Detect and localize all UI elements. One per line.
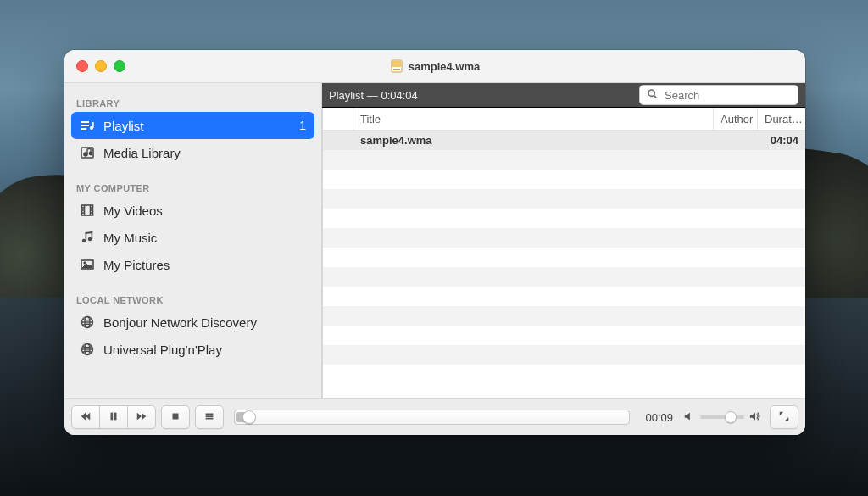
svg-rect-0 xyxy=(392,60,402,72)
sidebar-item-my-videos[interactable]: My Videos xyxy=(71,197,314,224)
volume-high-icon xyxy=(749,410,761,425)
table-row-empty xyxy=(323,345,805,365)
sidebar-item-label: My Videos xyxy=(103,203,163,218)
table-row-empty xyxy=(323,209,805,228)
column-header-playing[interactable] xyxy=(323,108,353,130)
sidebar-item-label: My Pictures xyxy=(103,258,170,272)
volume-knob[interactable] xyxy=(725,411,737,423)
sidebar-item-label: Playlist xyxy=(103,119,144,133)
search-input[interactable] xyxy=(663,88,776,103)
column-header-title[interactable]: Title xyxy=(353,108,714,130)
rewind-icon xyxy=(80,410,92,425)
search-field[interactable] xyxy=(639,85,798,105)
sidebar-item-badge: 1 xyxy=(299,119,306,132)
cell-duration: 04:04 xyxy=(758,134,805,147)
zoom-window-button[interactable] xyxy=(114,60,125,72)
svg-line-35 xyxy=(654,96,656,98)
table-row-empty xyxy=(323,189,805,209)
window-titlebar[interactable]: sample4.wma xyxy=(64,50,805,83)
desktop-background: sample4.wma LIBRARYPlaylist1Media Librar… xyxy=(0,0,868,496)
svg-marker-48 xyxy=(780,411,783,415)
table-row-empty xyxy=(323,287,805,306)
sidebar-item-my-pictures[interactable]: My Pictures xyxy=(71,251,314,278)
playlist-icon xyxy=(80,118,95,133)
seek-slider[interactable] xyxy=(234,410,630,425)
table-header: Title Author Durat… xyxy=(323,108,805,131)
table-body: sample4.wma04:04 xyxy=(323,131,805,398)
close-window-button[interactable] xyxy=(76,60,88,72)
window-controls xyxy=(76,60,125,72)
playlist-toggle-button[interactable] xyxy=(195,405,224,429)
table-row-empty xyxy=(323,228,805,248)
table-row[interactable]: sample4.wma04:04 xyxy=(323,131,805,150)
sidebar-section-title: LIBRARY xyxy=(76,98,309,109)
svg-point-34 xyxy=(648,90,654,96)
sidebar-item-my-music[interactable]: My Music xyxy=(71,224,314,251)
media-library-icon xyxy=(80,145,95,160)
svg-marker-49 xyxy=(785,416,788,420)
sidebar-section-title: LOCAL NETWORK xyxy=(76,295,309,305)
table-row-empty xyxy=(323,170,805,189)
svg-rect-39 xyxy=(114,412,117,420)
player-controls: 00:09 xyxy=(64,398,805,435)
film-icon xyxy=(80,203,95,218)
next-button[interactable] xyxy=(127,405,156,429)
svg-marker-41 xyxy=(142,412,146,420)
stop-icon xyxy=(170,410,181,425)
cell-title: sample4.wma xyxy=(353,134,714,147)
volume-control xyxy=(683,410,761,425)
sidebar-item-playlist[interactable]: Playlist1 xyxy=(71,112,314,139)
svg-rect-5 xyxy=(81,128,86,130)
minimize-window-button[interactable] xyxy=(95,60,107,72)
sidebar-item-universal-plug-n-play[interactable]: Universal Plug'n'Play xyxy=(71,336,314,363)
playlist-table: Title Author Durat… sample4.wma04:04 xyxy=(322,108,805,398)
svg-marker-27 xyxy=(82,264,92,268)
sidebar-item-bonjour-network-discovery[interactable]: Bonjour Network Discovery xyxy=(71,309,314,336)
file-icon xyxy=(390,59,403,73)
table-row-empty xyxy=(323,267,805,287)
svg-point-20 xyxy=(82,239,86,242)
playlist-header-text: Playlist — 0:04:04 xyxy=(329,89,418,102)
volume-slider[interactable] xyxy=(700,415,744,419)
music-note-icon xyxy=(80,230,95,245)
svg-rect-1 xyxy=(392,61,401,67)
media-player-window: sample4.wma LIBRARYPlaylist1Media Librar… xyxy=(64,50,805,435)
fullscreen-button[interactable] xyxy=(770,405,798,429)
svg-marker-37 xyxy=(86,412,90,420)
pictures-icon xyxy=(80,257,95,272)
column-header-duration[interactable]: Durat… xyxy=(758,108,805,130)
svg-point-10 xyxy=(89,152,92,154)
sidebar-item-label: Media Library xyxy=(103,146,181,160)
svg-rect-3 xyxy=(81,121,89,123)
sidebar-item-label: Universal Plug'n'Play xyxy=(103,343,222,357)
sidebar-item-media-library[interactable]: Media Library xyxy=(71,139,314,166)
column-header-author[interactable]: Author xyxy=(714,108,758,130)
window-title: sample4.wma xyxy=(64,59,805,73)
svg-point-21 xyxy=(88,237,92,241)
transport-buttons xyxy=(71,405,156,429)
playlist-header-bar: Playlist — 0:04:04 xyxy=(322,83,805,108)
svg-rect-2 xyxy=(393,69,400,70)
search-icon xyxy=(647,88,658,102)
stop-button[interactable] xyxy=(161,405,190,429)
globe-icon xyxy=(80,315,95,330)
seek-knob[interactable] xyxy=(242,410,256,424)
sidebar-item-label: Bonjour Network Discovery xyxy=(103,315,257,330)
time-elapsed: 00:09 xyxy=(645,411,673,424)
previous-button[interactable] xyxy=(71,405,100,429)
svg-marker-46 xyxy=(685,412,690,420)
pause-icon xyxy=(108,410,120,425)
table-row-empty xyxy=(323,326,805,345)
sidebar-item-label: My Music xyxy=(103,231,157,245)
svg-marker-36 xyxy=(81,412,86,420)
svg-rect-7 xyxy=(92,122,94,128)
svg-point-26 xyxy=(84,262,86,264)
sidebar: LIBRARYPlaylist1Media LibraryMY COMPUTER… xyxy=(64,83,322,398)
svg-rect-42 xyxy=(173,413,179,419)
play-pause-button[interactable] xyxy=(99,405,128,429)
sidebar-section-title: MY COMPUTER xyxy=(76,183,309,193)
table-row-empty xyxy=(323,248,805,267)
fullscreen-icon xyxy=(778,410,790,425)
window-title-text: sample4.wma xyxy=(409,60,481,73)
svg-marker-47 xyxy=(750,412,755,420)
